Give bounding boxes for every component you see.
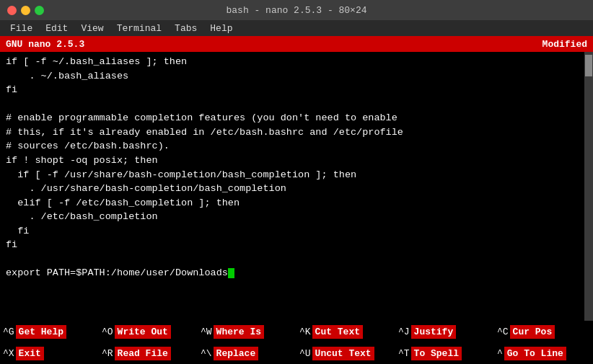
shortcut-row-1: ^G Get Help ^O Write Out ^W Where Is ^K … — [0, 321, 593, 342]
shortcut-key-backslash: ^\ — [201, 348, 212, 359]
menu-tabs[interactable]: Tabs — [169, 22, 203, 35]
shortcut-label-justify: Justify — [411, 325, 457, 339]
shortcut-key-k: ^K — [299, 327, 311, 337]
shortcut-key-caret: ^ — [497, 348, 503, 359]
shortcut-bars: ^G Get Help ^O Write Out ^W Where Is ^K … — [0, 321, 593, 364]
shortcut-to-spell[interactable]: ^T To Spell — [395, 342, 494, 364]
minimize-button[interactable] — [21, 6, 30, 15]
shortcut-label-go-to-line: Go To Line — [504, 347, 566, 360]
shortcut-key-t: ^T — [398, 348, 410, 359]
menu-view[interactable]: View — [75, 22, 109, 35]
shortcut-label-read-file: Read File — [115, 347, 171, 360]
editor-content: if [ -f ~/.bash_aliases ]; then . ~/.bas… — [6, 55, 587, 280]
shortcut-label-cur-pos: Cur Pos — [510, 325, 555, 339]
shortcut-cut-text[interactable]: ^K Cut Text — [296, 321, 395, 342]
shortcut-label-get-help: Get Help — [16, 325, 66, 339]
shortcut-cur-pos[interactable]: ^C Cur Pos — [494, 321, 593, 342]
shortcut-key-x: ^X — [3, 348, 14, 359]
shortcut-key-r: ^R — [102, 348, 113, 359]
shortcut-label-uncut-text: Uncut Text — [312, 347, 374, 360]
menu-help[interactable]: Help — [204, 22, 238, 35]
shortcut-justify[interactable]: ^J Justify — [395, 321, 494, 342]
shortcut-read-file[interactable]: ^R Read File — [99, 342, 198, 364]
shortcut-label-replace: Replace — [214, 347, 259, 360]
editor-area[interactable]: if [ -f ~/.bash_aliases ]; then . ~/.bas… — [0, 52, 593, 321]
menu-edit[interactable]: Edit — [40, 22, 74, 35]
maximize-button[interactable] — [35, 6, 44, 15]
close-button[interactable] — [7, 6, 17, 15]
nano-modified-status: Modified — [543, 39, 587, 50]
shortcut-label-exit: Exit — [16, 347, 44, 360]
menu-file[interactable]: File — [4, 22, 38, 35]
shortcut-key-j: ^J — [398, 327, 410, 337]
shortcut-key-c: ^C — [497, 327, 509, 337]
shortcut-replace[interactable]: ^\ Replace — [198, 342, 296, 364]
shortcut-key-g: ^G — [3, 327, 14, 337]
shortcut-get-help[interactable]: ^G Get Help — [0, 321, 99, 342]
shortcut-key-u: ^U — [299, 348, 311, 359]
menu-terminal[interactable]: Terminal — [111, 22, 167, 35]
menubar: File Edit View Terminal Tabs Help — [0, 20, 593, 36]
cursor — [228, 268, 234, 278]
shortcut-label-to-spell: To Spell — [411, 347, 462, 360]
traffic-lights — [7, 6, 44, 15]
shortcut-exit[interactable]: ^X Exit — [0, 342, 99, 364]
nano-title: GNU nano 2.5.3 — [6, 39, 84, 50]
shortcut-key-w: ^W — [201, 327, 212, 337]
nano-header: GNU nano 2.5.3 Modified — [0, 36, 593, 52]
shortcut-label-write-out: Write Out — [115, 325, 171, 339]
shortcut-label-cut-text: Cut Text — [312, 325, 363, 339]
shortcut-row-2: ^X Exit ^R Read File ^\ Replace ^U Uncut… — [0, 342, 593, 364]
shortcut-uncut-text[interactable]: ^U Uncut Text — [296, 342, 395, 364]
shortcut-go-to-line[interactable]: ^ Go To Line — [494, 342, 593, 364]
window-title: bash - nano 2.5.3 - 80×24 — [226, 5, 366, 16]
shortcut-write-out[interactable]: ^O Write Out — [99, 321, 198, 342]
shortcut-where-is[interactable]: ^W Where Is — [198, 321, 296, 342]
titlebar: bash - nano 2.5.3 - 80×24 — [0, 0, 593, 20]
scrollbar-thumb[interactable] — [585, 55, 592, 76]
scrollbar[interactable] — [584, 52, 593, 321]
shortcut-label-where-is: Where Is — [214, 325, 264, 339]
shortcut-key-o: ^O — [102, 327, 113, 337]
